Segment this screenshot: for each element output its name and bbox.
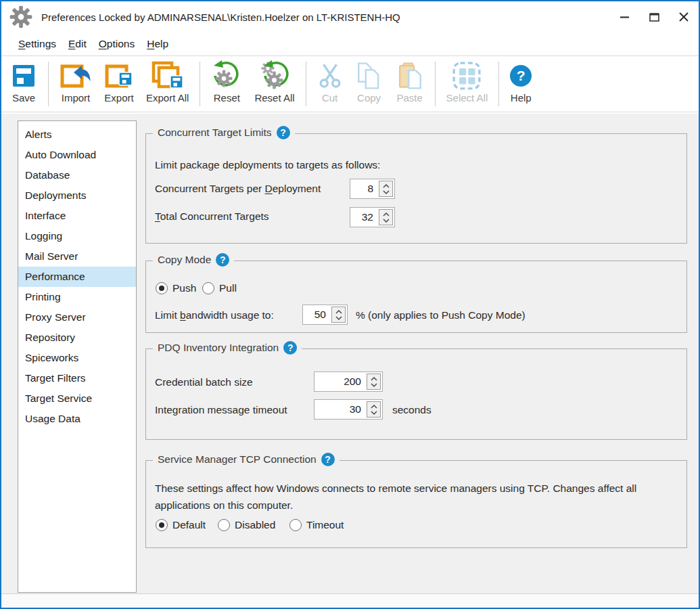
radio-disabled[interactable]: Disabled	[218, 519, 275, 531]
chevron-down-icon	[383, 219, 390, 223]
cut-icon	[317, 60, 343, 92]
group-concurrent-target-limits: Concurrent Target Limits ? Limit package…	[145, 133, 687, 244]
targets-per-deployment-label: Concurrent Targets per Deployment	[155, 183, 321, 195]
maximize-icon	[649, 13, 659, 22]
toolbar-separator	[435, 62, 436, 106]
group-title: Copy Mode	[158, 254, 211, 266]
export-button[interactable]: Export	[98, 56, 140, 112]
menu-settings[interactable]: Settings	[12, 35, 62, 53]
menu-help[interactable]: Help	[141, 35, 174, 53]
export-all-icon	[149, 60, 186, 92]
toolbar-separator	[48, 62, 49, 106]
group-title: Service Manager TCP Connection	[158, 453, 317, 466]
spinner-up-down-buttons[interactable]	[379, 181, 393, 197]
select-all-icon	[452, 60, 482, 92]
radio-unselected-icon	[202, 282, 214, 294]
window-controls	[609, 1, 699, 32]
integration-timeout-spinner	[314, 399, 383, 420]
inventory-integration-help-icon[interactable]: ?	[283, 341, 297, 355]
radio-default[interactable]: Default	[156, 519, 206, 531]
menu-options[interactable]: Options	[93, 35, 141, 53]
sidebar-item-database[interactable]: Database	[18, 165, 136, 185]
group-pdq-inventory-integration: PDQ Inventory Integration ? Credential b…	[145, 348, 687, 440]
chevron-up-icon	[383, 184, 390, 188]
copy-button[interactable]: Copy	[349, 56, 390, 112]
credential-batch-size-label: Credential batch size	[155, 376, 253, 388]
window-title: Preferences Locked by ADMINARSENAL\Krist…	[41, 12, 400, 23]
sidebar-item-logging[interactable]: Logging	[18, 226, 136, 246]
spinner-up-down-buttons[interactable]	[379, 209, 393, 225]
close-button[interactable]	[669, 1, 699, 32]
radio-unselected-icon	[289, 519, 302, 531]
group-service-manager-tcp: Service Manager TCP Connection ? These s…	[145, 460, 687, 548]
select-all-button[interactable]: Select All	[440, 56, 494, 112]
sidebar-item-performance[interactable]: Performance	[18, 267, 136, 287]
spinner-up-down-buttons[interactable]	[367, 401, 381, 418]
radio-selected-icon	[156, 519, 168, 531]
total-concurrent-targets-input[interactable]	[350, 208, 377, 227]
help-button[interactable]: ? Help	[504, 56, 538, 112]
title-bar: Preferences Locked by ADMINARSENAL\Krist…	[1, 1, 699, 32]
spinner-up-down-buttons[interactable]	[331, 307, 346, 323]
reset-all-icon	[257, 60, 292, 92]
gear-app-icon	[9, 5, 32, 28]
tcp-description: These settings affect how Windows connec…	[155, 480, 673, 514]
chevron-down-icon	[371, 411, 377, 415]
sidebar-item-alerts[interactable]: Alerts	[18, 125, 136, 145]
chevron-down-icon	[371, 383, 377, 387]
copy-mode-help-icon[interactable]: ?	[216, 253, 229, 267]
chevron-down-icon	[335, 316, 342, 320]
bandwidth-input[interactable]	[303, 305, 330, 324]
import-button[interactable]: Import	[53, 56, 98, 112]
minimize-button[interactable]	[609, 1, 639, 32]
toolbar-separator	[200, 62, 200, 106]
sidebar-item-spiceworks[interactable]: Spiceworks	[18, 348, 136, 368]
sidebar-item-auto-download[interactable]: Auto Download	[18, 145, 136, 165]
content-area: Alerts Auto Download Database Deployment…	[1, 114, 699, 593]
sidebar-item-repository[interactable]: Repository	[18, 328, 136, 348]
radio-pull[interactable]: Pull	[202, 282, 237, 294]
bandwidth-suffix: % (only applies to Push Copy Mode)	[356, 309, 526, 321]
integration-timeout-input[interactable]	[314, 400, 365, 419]
radio-timeout[interactable]: Timeout	[289, 519, 344, 531]
chevron-up-icon	[371, 377, 377, 381]
sidebar-item-deployments[interactable]: Deployments	[18, 185, 136, 206]
sidebar-item-mail-server[interactable]: Mail Server	[18, 246, 136, 267]
service-manager-help-icon[interactable]: ?	[321, 453, 335, 466]
bandwidth-label: Limit bandwidth usage to:	[155, 309, 274, 321]
chevron-up-icon	[383, 212, 390, 217]
paste-icon	[396, 60, 424, 92]
minimize-icon	[620, 16, 629, 18]
chevron-down-icon	[383, 190, 390, 194]
sidebar-item-target-service[interactable]: Target Service	[18, 388, 136, 409]
menu-edit[interactable]: Edit	[62, 35, 93, 53]
export-icon	[104, 60, 134, 92]
sidebar-item-usage-data[interactable]: Usage Data	[18, 409, 136, 429]
toolbar-separator	[306, 62, 306, 106]
reset-all-button[interactable]: Reset All	[248, 56, 300, 112]
limits-description: Limit package deployments to targets as …	[155, 159, 380, 171]
bandwidth-spinner	[302, 304, 348, 325]
chevron-up-icon	[335, 310, 342, 314]
integration-timeout-label: Integration message timeout	[155, 404, 287, 416]
paste-button[interactable]: Paste	[390, 56, 430, 112]
targets-per-deployment-input[interactable]	[350, 179, 377, 198]
concurrent-limits-help-icon[interactable]: ?	[277, 126, 290, 139]
sidebar-item-printing[interactable]: Printing	[18, 287, 136, 307]
reset-button[interactable]: Reset	[205, 56, 248, 112]
credential-batch-size-input[interactable]	[314, 372, 365, 391]
sidebar-item-interface[interactable]: Interface	[18, 206, 136, 226]
sidebar-item-target-filters[interactable]: Target Filters	[18, 368, 136, 388]
export-all-button[interactable]: Export All	[140, 56, 195, 112]
save-button[interactable]: Save	[4, 56, 43, 112]
spinner-up-down-buttons[interactable]	[367, 374, 381, 390]
integration-timeout-suffix: seconds	[392, 404, 431, 416]
sidebar-item-proxy-server[interactable]: Proxy Server	[18, 307, 136, 328]
group-title: PDQ Inventory Integration	[158, 342, 279, 354]
menu-bar: Settings Edit Options Help	[1, 32, 699, 55]
maximize-button[interactable]	[639, 1, 669, 32]
preferences-category-list: Alerts Auto Download Database Deployment…	[18, 120, 137, 593]
radio-push[interactable]: Push	[156, 282, 196, 294]
cut-button[interactable]: Cut	[311, 56, 349, 112]
radio-selected-icon	[156, 282, 168, 294]
